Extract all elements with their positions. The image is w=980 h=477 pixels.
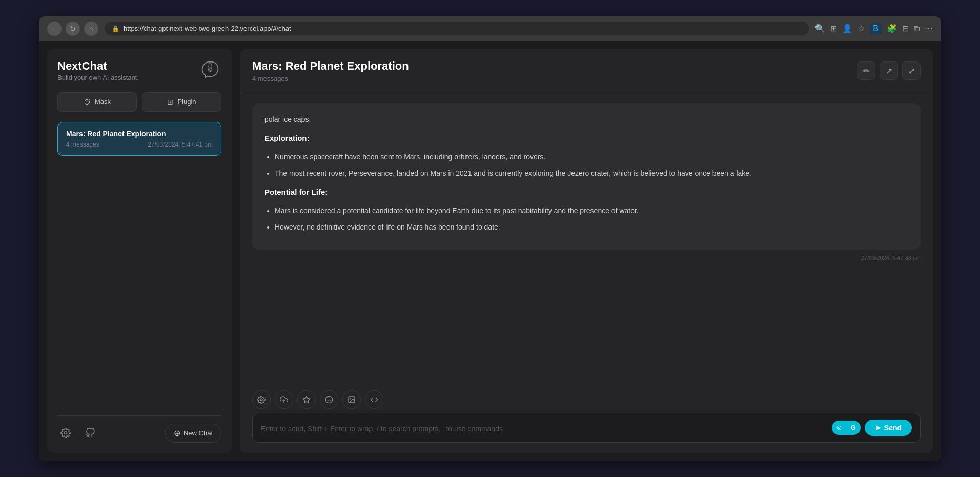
- brand-tagline: Build your own AI assistant.: [57, 74, 139, 81]
- svg-point-9: [350, 398, 351, 399]
- life-item-2: However, no definitive evidence of life …: [275, 221, 908, 234]
- profile-icon[interactable]: 👤: [842, 24, 852, 33]
- back-button[interactable]: ←: [47, 22, 62, 36]
- share-icon: ↗: [886, 66, 892, 76]
- message-text-polar: polar ice caps.: [264, 114, 908, 126]
- life-item-1: Mars is considered a potential candidate…: [275, 205, 908, 217]
- grammar-btn-1[interactable]: ◎: [832, 421, 846, 435]
- grammar-buttons: ◎ G: [832, 421, 861, 435]
- search-icon[interactable]: 🔍: [815, 24, 825, 33]
- potential-life-heading: Potential for Life:: [264, 185, 908, 199]
- message-content: polar ice caps. Exploration: Numerous sp…: [264, 114, 908, 234]
- chat-item-message-count: 4 messages: [66, 141, 99, 148]
- plugin-icon: ⊞: [167, 98, 173, 106]
- home-button[interactable]: ⌂: [84, 22, 98, 36]
- chat-title: Mars: Red Planet Exploration: [252, 59, 409, 73]
- github-icon[interactable]: [82, 425, 98, 441]
- mask-icon: ⏱: [84, 98, 91, 106]
- share-button[interactable]: ↗: [880, 61, 898, 80]
- chat-input[interactable]: [261, 424, 826, 436]
- magic-toolbar-button[interactable]: [297, 390, 316, 409]
- new-chat-button[interactable]: ⊕ New Chat: [165, 424, 221, 443]
- chat-item-timestamp: 27/03/2024, 5:47:41 pm: [148, 141, 213, 148]
- url-bar[interactable]: https://chat-gpt-next-web-two-green-22.v…: [124, 25, 291, 32]
- expand-button[interactable]: ⤢: [902, 61, 921, 80]
- settings-toolbar-button[interactable]: [252, 390, 271, 409]
- exploration-item-1: Numerous spacecraft have been sent to Ma…: [275, 151, 908, 163]
- edit-button[interactable]: ✏: [857, 61, 875, 80]
- chat-message-count: 4 messages: [252, 75, 409, 82]
- input-area: ◎ G ➤ Send: [240, 413, 933, 453]
- chat-item[interactable]: Mars: Red Planet Exploration 4 messages …: [57, 122, 221, 156]
- input-wrapper: ◎ G ➤ Send: [252, 413, 921, 443]
- chat-item-title: Mars: Red Planet Exploration: [66, 130, 213, 138]
- lock-icon: 🔒: [112, 25, 119, 32]
- apps-icon[interactable]: ⧉: [914, 24, 920, 33]
- svg-point-1: [65, 432, 67, 434]
- code-toolbar-button[interactable]: [365, 390, 383, 409]
- plus-icon: ⊕: [174, 428, 180, 438]
- menu-icon[interactable]: ⋯: [925, 24, 933, 33]
- svg-point-2: [260, 399, 262, 401]
- refresh-button[interactable]: ↻: [66, 22, 80, 36]
- extension-icon[interactable]: B: [870, 23, 882, 34]
- settings-icon[interactable]: [57, 425, 74, 441]
- star-icon[interactable]: ☆: [858, 24, 865, 33]
- brand-name: NextChat: [57, 59, 139, 73]
- svg-marker-4: [303, 396, 310, 403]
- image-toolbar-button[interactable]: [342, 390, 361, 409]
- plugin-button[interactable]: ⊞ Plugin: [142, 92, 221, 112]
- message-block: polar ice caps. Exploration: Numerous sp…: [252, 103, 921, 250]
- puzzle-icon[interactable]: 🧩: [887, 24, 897, 33]
- tabs-icon[interactable]: ⊞: [830, 24, 837, 33]
- mask-toolbar-button[interactable]: [320, 390, 338, 409]
- grammar-btn-2[interactable]: G: [846, 421, 861, 435]
- mask-button[interactable]: ⏱ Mask: [57, 92, 137, 112]
- exploration-heading: Exploration:: [264, 132, 908, 145]
- edit-icon: ✏: [863, 66, 870, 76]
- message-timestamp: 27/03/2024, 5:47:33 pm: [861, 255, 921, 261]
- messages-area: polar ice caps. Exploration: Numerous sp…: [240, 93, 933, 384]
- exploration-item-2: The most recent rover, Perseverance, lan…: [275, 168, 908, 180]
- input-toolbar: [240, 384, 933, 413]
- send-icon: ➤: [875, 424, 881, 432]
- chat-panel: Mars: Red Planet Exploration 4 messages …: [240, 49, 933, 453]
- sidebar-toggle-icon[interactable]: ⊟: [902, 24, 909, 33]
- main-content: Mars: Red Planet Exploration 4 messages …: [240, 41, 941, 461]
- expand-icon: ⤢: [908, 66, 915, 76]
- chat-list: Mars: Red Planet Exploration 4 messages …: [57, 122, 221, 415]
- sidebar: NextChat Build your own AI assistant. ⏱ …: [47, 49, 232, 453]
- openai-logo-icon: [199, 59, 221, 82]
- chat-header: Mars: Red Planet Exploration 4 messages …: [240, 49, 933, 93]
- upload-toolbar-button[interactable]: [275, 390, 293, 409]
- send-button[interactable]: ➤ Send: [865, 420, 912, 436]
- svg-point-5: [325, 396, 332, 403]
